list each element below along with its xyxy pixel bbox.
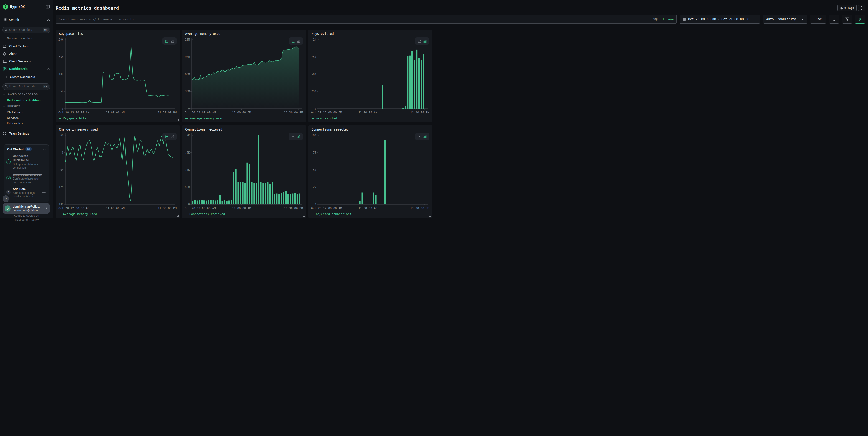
sidebar-item-team-settings[interactable]: Team Settings	[3, 132, 29, 135]
resize-handle[interactable]	[429, 119, 431, 121]
chart-legend: Keyspace hits	[59, 117, 86, 120]
resize-handle[interactable]	[177, 215, 179, 216]
saved-dashboards-search: ⌘K	[2, 83, 50, 90]
page-title: Redis metrics dashboard	[56, 5, 119, 11]
chart-legend: rejected connections	[312, 212, 351, 216]
get-started-step-add-data[interactable]: 3 Add Data Start sending logs, metrics, …	[6, 187, 46, 198]
create-dashboard-button[interactable]: Create Dashboard	[5, 75, 35, 79]
svg-text:Oct 20 12:00:00 AM: Oct 20 12:00:00 AM	[311, 111, 342, 113]
svg-text:11:00:00 AM: 11:00:00 AM	[106, 206, 125, 209]
svg-text:500: 500	[311, 73, 316, 76]
svg-text:50: 50	[313, 168, 316, 172]
line-chart-toggle-icon[interactable]	[291, 39, 295, 43]
sidebar-item-alerts[interactable]: Alerts	[0, 50, 53, 57]
chart-type-toggle	[289, 133, 303, 140]
svg-text:11:30:00 PM: 11:30:00 PM	[158, 206, 177, 209]
saved-dashboards-input[interactable]	[9, 85, 41, 88]
laptop-icon	[3, 60, 7, 63]
legend-marker	[185, 214, 188, 214]
bar-chart-toggle-icon[interactable]	[423, 135, 427, 139]
svg-text:-12M: -12M	[59, 185, 63, 188]
panel-title: Connections rejected	[312, 127, 349, 131]
resize-handle[interactable]	[303, 215, 305, 216]
get-started-step-connect[interactable]: Connect to ClickHouse Set up your databa…	[6, 154, 46, 170]
line-chart-toggle-icon[interactable]	[165, 39, 168, 43]
svg-text:110K: 110K	[59, 73, 63, 76]
chart-line-icon	[3, 45, 7, 48]
svg-text:75: 75	[313, 151, 316, 154]
dashboards-icon	[3, 67, 7, 70]
panel-title: Connections recieved	[185, 127, 222, 131]
chart-canvas: 220K165K110K55K0Oct 20 12:00:00 AM11:00:…	[59, 36, 177, 113]
check-circle-icon	[6, 159, 11, 164]
line-chart-toggle-icon[interactable]	[165, 135, 168, 139]
step-subtitle: Start sending logs, metrics, or traces	[13, 191, 43, 198]
bar-chart-toggle-icon[interactable]	[171, 135, 174, 139]
legend-marker	[59, 118, 61, 119]
svg-text:11:00:00 AM: 11:00:00 AM	[106, 111, 125, 113]
user-name: dominic.tran@clic...	[13, 205, 40, 209]
line-chart-toggle-icon[interactable]	[291, 135, 295, 139]
deploy-footnote: Ready to deploy on ClickHouse Cloud?	[14, 214, 39, 218]
get-started-card: Get Started 2/3 Connect to ClickHouse Se…	[4, 144, 49, 202]
line-chart-toggle-icon[interactable]	[417, 39, 421, 43]
bar-chart-toggle-icon[interactable]	[297, 39, 301, 43]
panel-title: Keyspace hits	[59, 32, 83, 35]
svg-text:0: 0	[62, 107, 63, 110]
svg-text:6M: 6M	[60, 134, 63, 137]
line-chart-toggle-icon[interactable]	[417, 135, 421, 139]
chart-canvas: 2.2K1.7K1.1K5500Oct 20 12:00:00 AM11:00:…	[185, 132, 303, 209]
svg-text:0: 0	[62, 151, 63, 154]
panel-connections-rejected: Connections rejected 1007550250Oct 20 12…	[308, 125, 432, 218]
dashboard-grid: Keyspace hits 220K165K110K55K0Oct 20 12:…	[56, 30, 432, 218]
sidebar-item-client-sessions[interactable]: Client Sessions	[0, 57, 53, 65]
chevron-up-icon	[47, 67, 50, 70]
svg-text:11:30:00 PM: 11:30:00 PM	[158, 111, 177, 113]
chart-canvas: 1K7505002500Oct 20 12:00:00 AM11:00:00 A…	[311, 36, 430, 113]
resize-handle[interactable]	[429, 215, 431, 216]
panel-title: Average memory used	[185, 32, 220, 35]
user-email: dominic.tran@clickho...	[13, 209, 40, 212]
sidebar-collapse-icon[interactable]	[46, 5, 50, 9]
svg-text:-6M: -6M	[59, 168, 63, 172]
svg-text:120M: 120M	[185, 38, 190, 41]
saved-searches-input[interactable]	[9, 28, 41, 31]
bar-chart-toggle-icon[interactable]	[423, 39, 427, 43]
svg-text:Oct 20 12:00:00 AM: Oct 20 12:00:00 AM	[185, 206, 216, 209]
panel-keyspace-hits: Keyspace hits 220K165K110K55K0Oct 20 12:…	[56, 30, 180, 122]
chevron-down-icon	[3, 94, 5, 95]
bar-chart-toggle-icon[interactable]	[297, 135, 301, 139]
saved-searches-search: ⌘K	[2, 27, 50, 33]
svg-text:Oct 20 12:00:00 AM: Oct 20 12:00:00 AM	[311, 206, 342, 209]
sidebar-section-search[interactable]: Search	[3, 17, 50, 23]
svg-text:11:30:00 PM: 11:30:00 PM	[410, 111, 429, 113]
arrow-right-icon	[42, 191, 46, 195]
search-icon	[5, 85, 7, 88]
event-search-input[interactable]	[59, 18, 434, 21]
chevron-right-icon	[45, 206, 47, 210]
presets-header[interactable]: PRESETS	[3, 105, 21, 108]
resize-handle[interactable]	[303, 119, 305, 121]
help-button[interactable]: ?	[2, 196, 9, 202]
chevron-up-icon[interactable]	[43, 147, 46, 151]
svg-text:220K: 220K	[59, 38, 63, 41]
sidebar-item-chart-explorer[interactable]: Chart Explorer	[0, 42, 53, 50]
event-search-field: SQL Lucene	[56, 14, 434, 24]
sidebar-item-kubernetes[interactable]: Kubernetes	[7, 121, 23, 125]
get-started-step-sources[interactable]: Create Data Sources Configure where your…	[6, 172, 46, 184]
saved-dashboards-header[interactable]: SAVED DASHBOARDS	[3, 93, 38, 96]
svg-text:25: 25	[313, 185, 316, 188]
sidebar-item-services[interactable]: Services	[7, 116, 19, 120]
sidebar-item-redis-dashboard[interactable]: Redis metrics dashboard	[7, 98, 43, 102]
svg-text:60M: 60M	[185, 73, 190, 76]
user-menu[interactable]: D dominic.tran@clic... dominic.tran@clic…	[3, 203, 50, 214]
step-number-badge: 3	[6, 190, 11, 195]
shortcut-badge: ⌘K	[42, 28, 49, 32]
bar-chart-toggle-icon[interactable]	[171, 39, 174, 43]
sidebar-item-clickhouse[interactable]: ClickHouse	[7, 111, 22, 114]
step-title: Create Data Sources	[13, 173, 42, 176]
resize-handle[interactable]	[177, 119, 179, 121]
main-content: Redis metrics dashboard 0 Tags SQL Lucen…	[53, 0, 434, 218]
chart-type-toggle	[415, 37, 429, 45]
sidebar-item-dashboards[interactable]: Dashboards	[0, 65, 53, 72]
